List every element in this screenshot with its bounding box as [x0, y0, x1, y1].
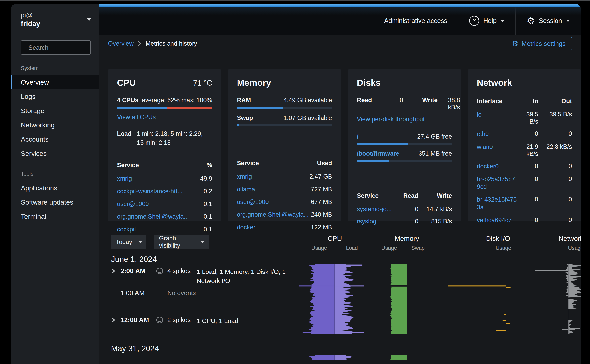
help-menu[interactable]: ? Help — [458, 6, 516, 35]
table-row: docker122 MB — [237, 221, 332, 234]
chevron-down-icon — [566, 20, 570, 22]
sidebar: pi@ friday System Overview Logs Storage … — [11, 4, 99, 364]
graph-sublabel-cpu-usage: Usage — [311, 245, 327, 251]
metrics-settings-button[interactable]: ⚙ Metrics settings — [506, 37, 572, 50]
table-row: xmrig49.9 — [117, 172, 212, 185]
mount-root-link[interactable]: / — [357, 133, 359, 140]
disk-write-label: Write — [422, 97, 448, 104]
history-graph-network[interactable] — [518, 264, 581, 334]
ram-label: RAM — [237, 97, 251, 104]
breadcrumb-overview-link[interactable]: Overview — [108, 40, 134, 47]
graph-header-cpu: CPU — [328, 235, 342, 242]
history-graph-cpu[interactable] — [299, 264, 364, 334]
history-graph-memory[interactable] — [374, 355, 440, 360]
cpu-table-header: Service % — [117, 162, 212, 172]
table-row: eth000 — [477, 128, 572, 141]
chevron-down-icon — [501, 20, 504, 22]
cpu-usage-bar-average — [117, 107, 167, 109]
graph-sublabel-network-usage: Usage — [568, 245, 581, 251]
view-all-cpus-link[interactable]: View all CPUs — [117, 114, 156, 121]
date-heading: May 31, 2024 — [111, 344, 159, 353]
system-nav: Overview Logs Storage Networking Account… — [11, 75, 99, 161]
table-row: user@1000677 MB — [237, 196, 332, 208]
load-values: 1 min: 2.18, 5 min: 2.29, 15 min: 2.18 — [137, 130, 203, 147]
host-name: friday — [21, 19, 40, 28]
graph-sublabel-memory-usage: Usage — [382, 245, 397, 251]
cpu-count: 4 CPUs — [117, 97, 139, 104]
gear-icon: ⚙ — [527, 16, 535, 25]
graph-header-memory: Memory — [395, 235, 419, 242]
history-graphs — [99, 264, 581, 334]
graph-sublabel-cpu-load: Load — [346, 245, 358, 251]
sidebar-item-applications[interactable]: Applications — [11, 181, 99, 195]
sidebar-item-logs[interactable]: Logs — [11, 89, 99, 104]
graph-sublabel-disk-usage: Usage — [496, 245, 511, 251]
mount-boot-free: 351 MB free — [418, 150, 452, 157]
table-row: org.gnome.Shell@wayla...240 MB — [237, 208, 332, 221]
memory-table-header: Service Used — [237, 160, 332, 170]
window-top-edge — [0, 0, 590, 1]
disk-write-value: 38.8 kB/s — [448, 97, 460, 111]
session-menu[interactable]: ⚙ Session — [516, 6, 581, 35]
graph-header-network: Network — [559, 235, 581, 242]
memory-card-title: Memory — [237, 78, 271, 88]
history-graph-memory[interactable] — [374, 264, 440, 334]
breadcrumb-bar: Overview Metrics and history ⚙ Metrics s… — [108, 37, 572, 50]
chevron-down-icon — [87, 19, 91, 21]
cpu-temperature: 71 °C — [193, 79, 212, 87]
disks-table-header: Service Read Write — [357, 190, 452, 203]
table-row: cockpit-wsinstance-htt...0.2 — [117, 185, 212, 198]
search-box[interactable] — [21, 40, 91, 55]
ram-available: 4.49 GB available — [283, 97, 332, 104]
sidebar-item-accounts[interactable]: Accounts — [11, 132, 99, 146]
per-disk-throughput-link[interactable]: View per-disk throughput — [357, 116, 425, 123]
mount-root-free: 27.4 GB free — [417, 133, 452, 140]
disks-card-title: Disks — [357, 78, 381, 88]
cpu-card-title: CPU — [117, 78, 136, 88]
host-user: pi@ — [21, 11, 40, 19]
sidebar-section-system: System — [21, 65, 99, 71]
disk-read-label: Read — [357, 97, 381, 104]
load-label: Load — [117, 130, 132, 147]
disk-read-value: 0 — [381, 97, 422, 104]
cpu-usage-bar — [117, 107, 212, 109]
history-graph-cpu[interactable] — [299, 355, 364, 360]
graph-header-disk-io: Disk I/O — [486, 235, 510, 242]
history-graph-disk[interactable] — [445, 264, 511, 334]
network-table-header: Interface In Out — [477, 95, 572, 108]
network-card-title: Network — [477, 78, 512, 88]
sidebar-item-overview[interactable]: Overview — [11, 75, 99, 89]
table-row: rsyslog0815 B/s — [357, 215, 452, 228]
table-row: docker000 — [477, 160, 572, 173]
gear-icon: ⚙ — [512, 40, 518, 47]
table-row: ollama727 MB — [237, 183, 332, 196]
table-row: vethca694c700 — [477, 214, 572, 227]
mount-boot-bar — [357, 160, 452, 162]
cockpit-window: pi@ friday System Overview Logs Storage … — [11, 4, 581, 364]
history-toolbar: Today Graph visibility CPU Memory Disk I… — [99, 235, 581, 253]
table-row: br-b25a375b79cd00 — [477, 173, 572, 194]
usage-cards: CPU 71 °C 4 CPUs average: 52% max: 100% … — [108, 69, 581, 221]
sidebar-item-software-updates[interactable]: Software updates — [11, 195, 99, 209]
host-switcher[interactable]: pi@ friday — [11, 4, 99, 34]
sidebar-item-storage[interactable]: Storage — [11, 104, 99, 118]
swap-usage-bar — [237, 124, 332, 126]
sidebar-item-networking[interactable]: Networking — [11, 118, 99, 132]
help-icon: ? — [469, 16, 479, 26]
time-range-select[interactable]: Today — [111, 235, 146, 249]
mount-root-bar — [357, 143, 452, 145]
chevron-down-icon — [201, 241, 205, 243]
table-row: wlan021.9 kB/s22.8 kB/s — [477, 141, 572, 160]
graph-visibility-select[interactable]: Graph visibility — [154, 235, 209, 249]
tools-nav: Applications Software updates Terminal — [11, 181, 99, 224]
table-row: cockpit0.1 — [117, 223, 212, 236]
chevron-right-icon — [138, 41, 141, 46]
memory-card: Memory RAM 4.49 GB available Swap 1.07 G… — [228, 69, 341, 221]
sidebar-section-tools: Tools — [21, 171, 99, 177]
sidebar-item-terminal[interactable]: Terminal — [11, 209, 99, 224]
cpu-average-max: average: 52% max: 100% — [142, 97, 212, 104]
table-row: user@10000.1 — [117, 198, 212, 210]
chevron-down-icon — [138, 241, 142, 243]
mount-boot-link[interactable]: /boot/firmware — [357, 150, 399, 157]
sidebar-item-services[interactable]: Services — [11, 146, 99, 161]
